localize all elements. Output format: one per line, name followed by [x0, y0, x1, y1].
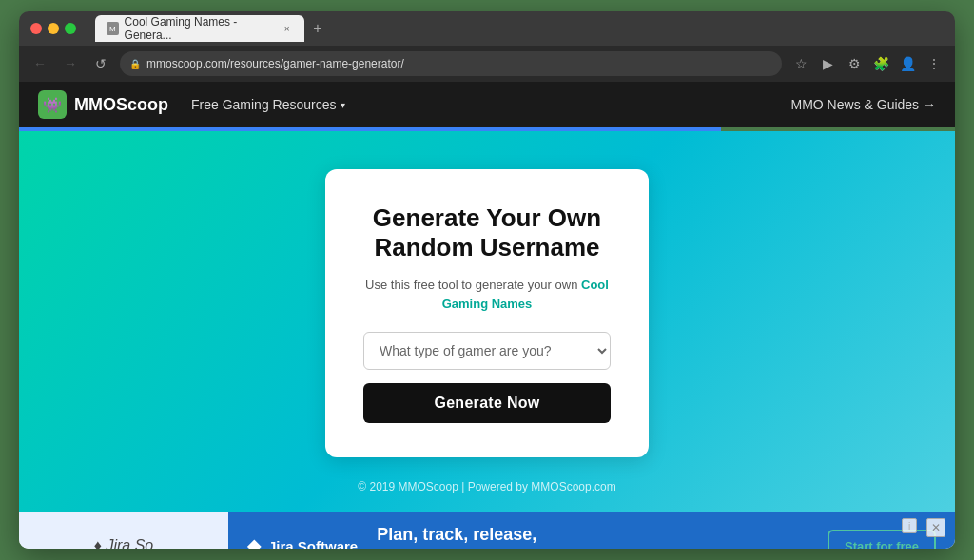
free-gaming-label: Free Gaming Resources	[191, 97, 337, 112]
ad-tagline: Plan, track, release, and report, even f…	[377, 524, 808, 549]
maximize-traffic-light[interactable]	[65, 23, 76, 34]
ad-tagline-line2: and report, even faster	[377, 546, 808, 549]
tab-close-button[interactable]: ×	[281, 22, 293, 35]
main-content: Generate Your Own Random Username Use th…	[19, 131, 955, 512]
profile-button[interactable]: 👤	[896, 52, 919, 75]
footer-text: © 2019 MMOScoop | Powered by MMOScoop.co…	[358, 480, 615, 493]
card-title: Generate Your Own Random Username	[363, 203, 611, 262]
minimize-traffic-light[interactable]	[48, 23, 59, 34]
ad-banner: ♦ Jira So ◆ Jira Software Plan, track, r…	[19, 512, 955, 549]
browser-frame: M Cool Gaming Names - Genera... × + ← → …	[19, 11, 955, 549]
menu-button[interactable]: ⋮	[923, 52, 945, 75]
generator-card: Generate Your Own Random Username Use th…	[325, 169, 649, 457]
dropdown-chevron-icon: ▾	[341, 100, 345, 110]
card-subtitle: Use this free tool to generate your own …	[363, 276, 611, 313]
extensions-off-button[interactable]: ⚙	[843, 52, 866, 75]
logo-icon: 👾	[38, 90, 67, 119]
ad-main-section: ◆ Jira Software Plan, track, release, an…	[228, 512, 955, 549]
extensions-button[interactable]: 🧩	[869, 52, 892, 75]
back-button[interactable]: ←	[29, 52, 51, 75]
traffic-lights	[30, 23, 76, 34]
jira-brand-name: Jira Software	[268, 538, 358, 549]
ad-info-icon[interactable]: i	[902, 518, 917, 533]
tab-bar: M Cool Gaming Names - Genera... × +	[95, 15, 944, 42]
active-tab[interactable]: M Cool Gaming Names - Genera... ×	[95, 15, 304, 42]
site-logo[interactable]: 👾 MMOScoop	[38, 90, 168, 119]
ad-left-section: ♦ Jira So	[19, 512, 228, 549]
ad-left-text: ♦ Jira So	[94, 537, 153, 549]
free-gaming-resources-menu[interactable]: Free Gaming Resources ▾	[191, 97, 345, 112]
ad-close-button[interactable]: ✕	[926, 518, 945, 537]
logo-text: MMOScoop	[74, 95, 168, 115]
refresh-button[interactable]: ↺	[89, 52, 112, 75]
browser-toolbar: ← → ↺ 🔒 mmoscoop.com/resources/gamer-nam…	[19, 46, 955, 82]
site-nav: 👾 MMOScoop Free Gaming Resources ▾ MMO N…	[19, 82, 955, 127]
toolbar-actions: ☆ ▶ ⚙ 🧩 👤 ⋮	[789, 52, 945, 75]
address-text: mmoscoop.com/resources/gamer-name-genera…	[146, 57, 404, 70]
jira-logo: ◆ Jira Software	[247, 535, 358, 549]
new-tab-button[interactable]: +	[308, 19, 327, 38]
generate-now-button[interactable]: Generate Now	[363, 383, 611, 423]
browser-titlebar: M Cool Gaming Names - Genera... × +	[19, 11, 955, 46]
close-traffic-light[interactable]	[30, 23, 42, 34]
mmo-news-guides-link[interactable]: MMO News & Guides →	[791, 97, 936, 112]
website-content: 👾 MMOScoop Free Gaming Resources ▾ MMO N…	[19, 82, 955, 549]
forward-button[interactable]: →	[59, 52, 82, 75]
tab-favicon: M	[107, 22, 119, 35]
pocket-button[interactable]: ▶	[816, 52, 839, 75]
gamer-type-select[interactable]: What type of gamer are you? FPS Gamer RP…	[363, 332, 611, 370]
jira-icon: ◆	[247, 535, 261, 549]
lock-icon: 🔒	[129, 59, 141, 69]
ad-tagline-line1: Plan, track, release,	[377, 524, 808, 546]
address-bar[interactable]: 🔒 mmoscoop.com/resources/gamer-name-gene…	[120, 51, 782, 76]
bookmark-button[interactable]: ☆	[789, 52, 812, 75]
ad-cta-button[interactable]: Start for free	[828, 530, 936, 549]
tab-title: Cool Gaming Names - Genera...	[125, 15, 272, 42]
